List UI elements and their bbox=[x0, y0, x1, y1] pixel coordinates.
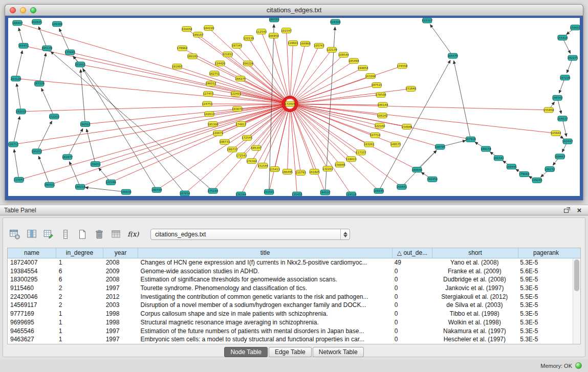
graph-node[interactable]: 186930 bbox=[121, 189, 132, 194]
graph-node[interactable]: 151544 bbox=[257, 163, 268, 168]
graph-edge[interactable] bbox=[41, 89, 54, 117]
column-header[interactable]: pagerank bbox=[518, 248, 574, 258]
table-cell[interactable]: 2 bbox=[56, 293, 103, 301]
graph-edge[interactable] bbox=[295, 104, 556, 133]
graph-edge[interactable] bbox=[295, 104, 549, 110]
graph-edge[interactable] bbox=[295, 105, 380, 125]
table-cell[interactable]: 0 bbox=[392, 318, 432, 327]
graph-node[interactable]: 166960 bbox=[300, 41, 311, 46]
graph-node[interactable]: 203120 bbox=[11, 76, 21, 81]
graph-edge[interactable] bbox=[39, 53, 46, 84]
table-cell[interactable]: 1997 bbox=[103, 284, 138, 293]
zoom-window-button[interactable] bbox=[30, 7, 36, 13]
graph-node[interactable]: 187515 bbox=[372, 83, 382, 88]
graph-node[interactable]: 205139 bbox=[41, 46, 52, 51]
graph-node[interactable]: 126711 bbox=[8, 142, 18, 147]
graph-edge[interactable] bbox=[38, 27, 47, 48]
graph-edge[interactable] bbox=[295, 104, 382, 115]
graph-edge[interactable] bbox=[85, 104, 285, 124]
graph-node[interactable]: 166451 bbox=[18, 43, 29, 48]
table-cell[interactable]: 0 bbox=[392, 293, 432, 301]
table-cell[interactable]: 1 bbox=[56, 335, 103, 344]
graph-node[interactable]: 122139 bbox=[243, 36, 254, 41]
graph-node[interactable]: 156846 bbox=[335, 162, 345, 167]
graph-node[interactable]: 152202 bbox=[49, 114, 59, 119]
graph-node[interactable]: 180704 bbox=[151, 187, 162, 192]
graph-node[interactable]: 135455 bbox=[292, 192, 302, 196]
table-row[interactable]: 911546021997Tourette syndrome. Phenomeno… bbox=[8, 284, 573, 293]
show-columns-icon[interactable] bbox=[25, 228, 38, 241]
table-cell[interactable]: Genome-wide association studies in ADHD. bbox=[138, 267, 392, 276]
table-cell[interactable]: 2 bbox=[56, 301, 103, 310]
graph-node[interactable]: 195347 bbox=[251, 145, 262, 150]
table-row[interactable]: 2242004622012Investigating the contribut… bbox=[8, 293, 573, 301]
float-panel-icon[interactable] bbox=[562, 206, 572, 214]
graph-node[interactable]: 202605 bbox=[31, 19, 42, 25]
graph-node[interactable]: 165844 bbox=[551, 130, 561, 136]
graph-node[interactable]: 149575 bbox=[390, 142, 401, 147]
graph-node[interactable]: 187654 bbox=[180, 191, 190, 196]
graph-node[interactable]: 201603 bbox=[75, 62, 85, 67]
table-cell[interactable]: 0 bbox=[392, 284, 432, 293]
table-select[interactable]: citations_edges.txt bbox=[150, 229, 350, 240]
graph-node[interactable]: 196012 bbox=[205, 81, 216, 86]
table-cell[interactable]: 1 bbox=[56, 310, 103, 318]
new-table-icon[interactable] bbox=[76, 228, 89, 241]
table-cell[interactable]: Corpus callosum shape and size in male p… bbox=[138, 310, 392, 318]
graph-node[interactable]: 151501 bbox=[264, 189, 274, 194]
tab-node-table[interactable]: Node Table bbox=[224, 347, 268, 357]
close-panel-icon[interactable]: × bbox=[575, 206, 584, 214]
graph-node[interactable]: 172543 bbox=[236, 153, 247, 158]
graph-node[interactable]: 124518 bbox=[346, 192, 357, 196]
graph-node[interactable]: 122160 bbox=[375, 123, 385, 128]
graph-node[interactable]: 192032 bbox=[15, 109, 26, 114]
graph-node[interactable]: 160646 bbox=[411, 167, 422, 172]
table-row[interactable]: 969969511998Structural magnetic resonanc… bbox=[8, 318, 573, 327]
edit-table-icon[interactable] bbox=[42, 228, 55, 241]
graph-edge[interactable] bbox=[38, 156, 49, 185]
table-cell[interactable]: 5.3E-5 bbox=[517, 284, 573, 293]
table-cell[interactable]: 2003 bbox=[103, 301, 138, 310]
table-cell[interactable]: 5.3E-5 bbox=[517, 301, 573, 310]
table-cell[interactable]: 2009 bbox=[103, 267, 138, 276]
table-cell[interactable]: 0 bbox=[392, 310, 432, 318]
graph-node[interactable]: 189152 bbox=[545, 167, 555, 172]
graph-node[interactable]: 154949 bbox=[401, 124, 412, 129]
graph-node[interactable]: 194275 bbox=[235, 76, 246, 81]
graph-node[interactable]: 161825 bbox=[309, 169, 320, 174]
rows-icon[interactable] bbox=[59, 228, 72, 241]
column-header[interactable]: △ out_de... bbox=[393, 248, 432, 258]
table-cell[interactable]: Investigating the contribution of common… bbox=[138, 293, 392, 301]
column-header[interactable]: name bbox=[8, 248, 56, 258]
graph-node[interactable]: 109544 bbox=[338, 52, 349, 57]
table-cell[interactable]: Nakamura et al. (1997) bbox=[432, 327, 518, 336]
table-cell[interactable]: 9699695 bbox=[8, 318, 56, 327]
table-cell[interactable]: 5.3E-5 bbox=[517, 335, 573, 344]
browse-table-icon[interactable] bbox=[8, 228, 21, 241]
graph-node[interactable]: 186593 bbox=[269, 18, 279, 22]
column-header[interactable]: year bbox=[103, 248, 138, 258]
table-cell[interactable]: 9115460 bbox=[8, 284, 56, 293]
table-cell[interactable]: 22420046 bbox=[8, 293, 56, 301]
graph-node[interactable]: 110793 bbox=[295, 170, 306, 176]
table-cell[interactable]: 1998 bbox=[103, 318, 138, 327]
table-cell[interactable]: Yano et al. (2008) bbox=[432, 258, 518, 267]
graph-node[interactable]: 109245 bbox=[374, 188, 384, 193]
tab-edge-table[interactable]: Edge Table bbox=[269, 347, 312, 357]
graph-node[interactable]: 197345 bbox=[231, 43, 242, 48]
table-cell[interactable]: Tibbo et al. (1998) bbox=[432, 310, 518, 318]
graph-edge[interactable] bbox=[294, 107, 361, 152]
table-cell[interactable]: 1 bbox=[56, 318, 103, 327]
graph-node[interactable]: 186144 bbox=[378, 102, 388, 107]
graph-node[interactable]: 122401 bbox=[230, 91, 241, 96]
table-cell[interactable]: 18300295 bbox=[8, 275, 56, 284]
table-cell[interactable]: 1997 bbox=[103, 327, 138, 336]
graph-node[interactable]: 169445 bbox=[506, 164, 517, 169]
graph-edge[interactable] bbox=[13, 117, 20, 145]
graph-node[interactable]: 184220 bbox=[203, 26, 214, 31]
graph-node[interactable]: 185494 bbox=[349, 58, 359, 63]
table-row[interactable]: 1830029562008Estimation of significance … bbox=[8, 275, 573, 284]
graph-node[interactable]: 104637 bbox=[557, 116, 568, 121]
tab-network-table[interactable]: Network Table bbox=[313, 347, 364, 357]
graph-node[interactable]: 160447 bbox=[562, 139, 573, 144]
